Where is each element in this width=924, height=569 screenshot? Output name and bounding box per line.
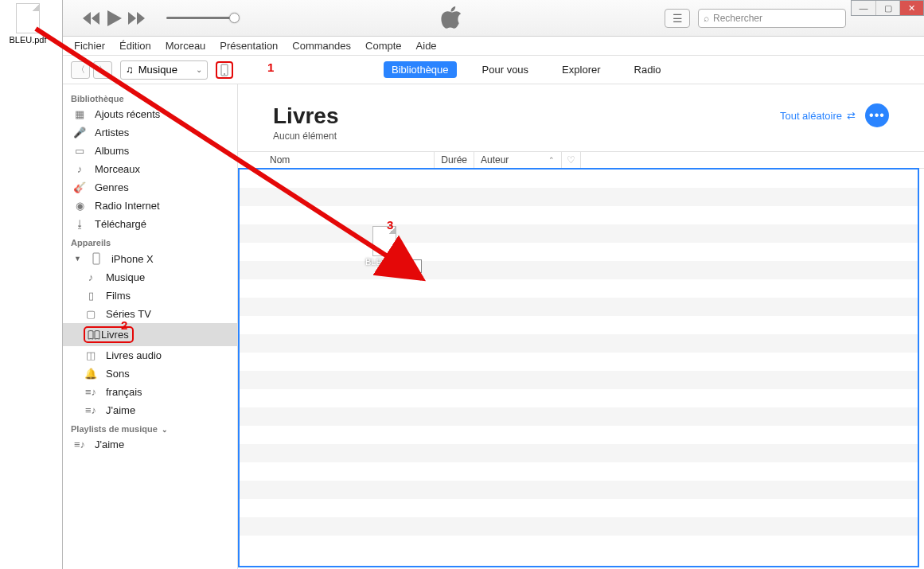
previous-button[interactable] (82, 12, 101, 25)
search-icon: ⌕ (704, 13, 709, 24)
sidebar-item-seriestv[interactable]: ▢Séries TV (63, 305, 237, 323)
next-button[interactable] (128, 12, 147, 25)
download-icon: ⭳ (72, 218, 87, 230)
sidebar: Bibliothèque ▦Ajouts récents 🎤Artistes ▭… (63, 84, 238, 569)
playback-controls (82, 10, 147, 26)
audiobook-icon: ◫ (84, 349, 98, 361)
sidebar-item-telecharge[interactable]: ⭳Téléchargé (63, 215, 237, 233)
album-icon: ▭ (72, 145, 87, 157)
tab-bibliotheque[interactable]: Bibliothèque (384, 61, 457, 78)
sidebar-item-livres[interactable]: Livres (63, 323, 237, 346)
menu-aide[interactable]: Aide (416, 40, 437, 52)
content-header: Livres Aucun élément Tout aléatoire ⇄ ••… (238, 84, 924, 151)
chevron-down-icon[interactable]: ⌄ (162, 426, 168, 434)
tv-icon: ▢ (84, 308, 98, 320)
sidebar-item-morceaux[interactable]: ♪Morceaux (63, 160, 237, 178)
annotation-1: 1 (267, 60, 274, 74)
menu-bar: Fichier Édition Morceau Présentation Com… (63, 37, 924, 56)
sidebar-item-ajouts-recents[interactable]: ▦Ajouts récents (63, 105, 237, 123)
minimize-button[interactable]: — (852, 1, 875, 15)
sidebar-item-playlist-jaime[interactable]: ≡♪J'aime (63, 435, 237, 454)
drag-link-badge: ↗Lien (384, 259, 422, 273)
apple-logo (246, 6, 657, 30)
menu-fichier[interactable]: Fichier (74, 40, 105, 52)
note-icon: ♪ (72, 163, 87, 175)
music-note-icon: ♫ (126, 64, 134, 76)
sidebar-item-jaime[interactable]: ≡♪J'aime (63, 401, 237, 419)
file-label: BLEU.pdf (8, 35, 48, 45)
tab-explorer[interactable]: Explorer (554, 61, 608, 78)
menu-presentation[interactable]: Présentation (220, 40, 278, 52)
menu-morceau[interactable]: Morceau (166, 40, 206, 52)
chevron-down-icon: ⌄ (196, 65, 202, 74)
bell-icon: 🔔 (84, 368, 98, 380)
drop-zone[interactable]: BLEU.pdf ↗Lien (238, 168, 919, 567)
player-bar: ☰ ⌕ Rechercher (63, 0, 924, 37)
sidebar-item-device-iphone[interactable]: ▼iPhone X (63, 249, 237, 268)
tab-pour-vous[interactable]: Pour vous (474, 61, 537, 78)
close-button[interactable]: ✕ (899, 1, 923, 15)
maximize-button[interactable]: ▢ (875, 1, 899, 15)
column-nom[interactable]: Nom (263, 152, 435, 168)
list-view-button[interactable]: ☰ (665, 9, 690, 28)
window-controls: — ▢ ✕ (851, 0, 924, 16)
svg-rect-2 (93, 253, 99, 264)
media-category-dropdown[interactable]: ♫ Musique ⌄ (120, 60, 208, 80)
search-placeholder: Rechercher (713, 13, 762, 24)
menu-compte[interactable]: Compte (365, 40, 402, 52)
column-duree[interactable]: Durée (435, 152, 474, 168)
sidebar-item-musique[interactable]: ♪Musique (63, 268, 237, 286)
column-favorite[interactable]: ♡ (562, 152, 581, 168)
radio-icon: ◉ (72, 200, 87, 212)
page-subtitle: Aucun élément (273, 131, 339, 142)
mic-icon: 🎤 (72, 127, 87, 138)
sidebar-item-livres-audio[interactable]: ◫Livres audio (63, 346, 237, 364)
sidebar-item-francais[interactable]: ≡♪français (63, 383, 237, 401)
section-playlists: Playlists de musique ⌄ (63, 419, 237, 435)
device-button[interactable] (216, 61, 233, 79)
sidebar-item-radio-internet[interactable]: ◉Radio Internet (63, 197, 237, 215)
svg-point-1 (224, 73, 225, 75)
sidebar-item-albums[interactable]: ▭Albums (63, 142, 237, 160)
tab-radio[interactable]: Radio (626, 61, 669, 78)
volume-slider[interactable] (166, 17, 238, 19)
menu-commandes[interactable]: Commandes (292, 40, 351, 52)
playlist-icon: ≡♪ (72, 438, 87, 450)
empty-rows (240, 170, 918, 566)
sort-asc-icon: ⌃ (548, 156, 555, 164)
film-icon: ▯ (84, 290, 98, 302)
search-input[interactable]: ⌕ Rechercher (698, 9, 846, 28)
forward-button[interactable]: 〉 (93, 61, 112, 79)
sidebar-item-sons[interactable]: 🔔Sons (63, 364, 237, 383)
link-arrow-icon: ↗ (390, 261, 397, 271)
grid-icon: ▦ (72, 108, 87, 120)
library-tabs: Bibliothèque Pour vous Explorer Radio (384, 61, 669, 78)
play-button[interactable] (107, 10, 122, 26)
section-bibliotheque: Bibliothèque (63, 89, 237, 105)
toolbar-row: 〈 〉 ♫ Musique ⌄ Bibliothèque Pour vous E… (63, 56, 924, 84)
menu-edition[interactable]: Édition (119, 40, 151, 52)
sidebar-item-films[interactable]: ▯Films (63, 286, 237, 305)
more-options-button[interactable]: ••• (865, 103, 889, 127)
guitar-icon: 🎸 (72, 181, 87, 193)
dragged-file[interactable]: BLEU.pdf ↗Lien (365, 226, 403, 267)
sidebar-item-genres[interactable]: 🎸Genres (63, 178, 237, 197)
section-appareils: Appareils (63, 233, 237, 249)
itunes-window: — ▢ ✕ ☰ ⌕ Rechercher Fichier Édition Mor… (62, 0, 924, 569)
media-category-label: Musique (138, 64, 177, 76)
back-button[interactable]: 〈 (71, 61, 90, 79)
annotation-2: 2 (121, 318, 127, 332)
page-title: Livres (273, 103, 339, 129)
disclosure-triangle-icon[interactable]: ▼ (74, 255, 81, 263)
playlist-icon: ≡♪ (84, 404, 98, 416)
shuffle-icon: ⇄ (847, 110, 856, 122)
column-headers: Nom Durée Auteur⌃ ♡ (238, 151, 924, 169)
annotation-3: 3 (387, 218, 393, 232)
phone-icon (89, 252, 103, 265)
book-icon (87, 330, 101, 340)
column-auteur[interactable]: Auteur⌃ (474, 152, 562, 168)
sidebar-item-artistes[interactable]: 🎤Artistes (63, 123, 237, 142)
desktop-file[interactable]: BLEU.pdf (8, 3, 48, 45)
shuffle-all-button[interactable]: Tout aléatoire ⇄ (780, 110, 856, 122)
playlist-icon: ≡♪ (84, 386, 98, 398)
